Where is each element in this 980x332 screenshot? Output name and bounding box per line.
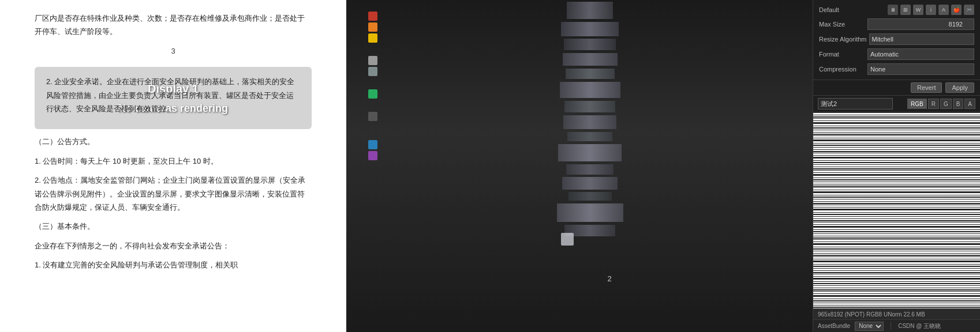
texture-info-bar: 965x8192 (NPOT) RGB8 UNorm 22.6 MB [813, 309, 980, 319]
doc-text-4: 1. 公告时间：每天上午 10 时更新，至次日上午 10 时。 [35, 154, 312, 168]
asset-bundle-label: AssetBundle [818, 323, 850, 329]
viewport-label-2: 2 [607, 274, 611, 283]
platform-icon-ios[interactable]: i [926, 5, 936, 15]
viewport-panel[interactable]: 2 [346, 0, 813, 332]
channel-buttons: RGB R G B A [907, 99, 975, 109]
mesh-strip-6 [560, 82, 620, 98]
compression-value: None Low Quality High Quality [867, 63, 974, 75]
resize-algorithm-value: Mitchell Bilinear Kaiser [869, 33, 974, 45]
channel-btn-g[interactable]: G [940, 99, 952, 109]
highlight-box: 2. 企业安全承诺。企业在进行全面安全风险研判的基础上，落实相关的安全风险管控措… [35, 67, 312, 129]
revert-button[interactable]: Revert [911, 82, 942, 93]
doc-text-7: 企业存在下列情形之一的，不得向社会发布安全承诺公告： [35, 239, 312, 252]
max-size-input[interactable] [867, 18, 974, 30]
texture-name-input[interactable] [818, 98, 893, 110]
mesh-node-white [561, 233, 574, 246]
inspector-bottom-bar: AssetBundle None CSDN @ 王晓晓 [813, 319, 980, 332]
channel-btn-r[interactable]: R [928, 99, 939, 109]
mesh-strip-10 [558, 144, 622, 161]
compression-label: Compression [819, 66, 865, 73]
mesh-strip-3 [564, 39, 616, 50]
color-node-purple [368, 151, 377, 160]
resize-algorithm-row: Resize Algorithm Mitchell Bilinear Kaise… [819, 33, 974, 45]
apply-button[interactable]: Apply [945, 82, 974, 93]
color-node-gray1 [368, 56, 377, 65]
doc-text-1: 厂区内是否存在特殊作业及种类、次数；是否存在检维修及承包商作业；是否处于开停车、… [35, 12, 312, 39]
texture-preview [813, 112, 980, 309]
platform-icon-web[interactable]: W [913, 5, 923, 15]
doc-text-2: 2. 企业安全承诺。企业在进行全面安全风险研判的基础上，落实相关的安全风险管控措… [46, 75, 300, 115]
revert-apply-row: Revert Apply [813, 80, 980, 96]
max-size-label: Max Size [819, 21, 865, 28]
viewport-content: 2 [346, 0, 813, 332]
format-value: Automatic RGBA32 RGB24 [867, 48, 974, 60]
doc-text-6: （三）基本条件。 [35, 220, 312, 233]
channel-btn-b[interactable]: B [953, 99, 964, 109]
mesh-strip-7 [564, 101, 615, 112]
platform-icon-console[interactable]: 🎮 [964, 5, 974, 15]
color-node-orange [368, 22, 377, 32]
document-panel: 厂区内是否存在特殊作业及种类、次数；是否存在检维修及承包商作业；是否处于开停车、… [0, 0, 346, 332]
mesh-strip-12 [562, 177, 618, 190]
texture-pattern [813, 112, 980, 309]
doc-text-5: 2. 公告地点：属地安全监管部门网站；企业主门岗显著位置设置的显示屏（安全承诺公… [35, 173, 312, 214]
page-number: 3 [35, 44, 312, 58]
mesh-strip-1 [567, 2, 613, 19]
format-select[interactable]: Automatic RGBA32 RGB24 [867, 48, 974, 60]
max-size-row: Max Size [819, 18, 974, 30]
max-size-value [867, 18, 974, 30]
resize-algorithm-select[interactable]: Mitchell Bilinear Kaiser [869, 33, 974, 45]
inspector-panel: Default 🖥 ⊞ W i A 🍎 🎮 Max Size Resize Al… [813, 0, 980, 332]
texture-canvas [813, 112, 980, 309]
color-node-red [368, 12, 377, 21]
mesh-strip-5 [566, 69, 615, 79]
mesh-strip-9 [567, 132, 612, 141]
inspector-default-row: Default 🖥 ⊞ W i A 🍎 🎮 [819, 5, 974, 15]
mesh-area [538, 0, 642, 332]
platform-icon-monitor[interactable]: 🖥 [888, 5, 898, 15]
platform-icon-apple[interactable]: 🍎 [951, 5, 962, 15]
platform-icons-group: 🖥 ⊞ W i A 🍎 🎮 [888, 5, 974, 15]
compression-select[interactable]: None Low Quality High Quality [867, 63, 974, 75]
color-node-green [368, 89, 377, 99]
format-label: Format [819, 51, 865, 58]
format-row: Format Automatic RGBA32 RGB24 [819, 48, 974, 60]
color-node-dark [368, 112, 377, 121]
color-strip [368, 12, 377, 160]
mesh-strip-14 [557, 203, 623, 222]
inspector-settings: Default 🖥 ⊞ W i A 🍎 🎮 Max Size Resize Al… [813, 0, 980, 80]
mesh-strip-4 [563, 53, 618, 66]
platform-icon-android[interactable]: A [938, 5, 949, 15]
separator [891, 322, 891, 330]
mesh-strip-13 [568, 192, 612, 201]
doc-text-8: 1. 没有建立完善的安全风险研判与承诺公告管理制度，相关职 [35, 258, 312, 271]
mesh-strip-2 [561, 22, 619, 36]
channel-btn-a[interactable]: A [964, 99, 975, 109]
platform-icon-windows[interactable]: ⊞ [900, 5, 911, 15]
default-label: Default [819, 6, 865, 13]
mesh-strip-11 [566, 164, 614, 175]
compression-row: Compression None Low Quality High Qualit… [819, 63, 974, 75]
csdn-text: CSDN @ 王晓晓 [898, 322, 941, 330]
texture-info-text: 965x8192 (NPOT) RGB8 UNorm 22.6 MB [818, 311, 925, 318]
resize-algorithm-label: Resize Algorithm [819, 36, 867, 43]
channel-btn-rgb[interactable]: RGB [907, 99, 927, 109]
color-node-blue [368, 140, 377, 149]
color-node-gray2 [368, 67, 377, 76]
doc-text-3: （二）公告方式。 [35, 135, 312, 148]
mesh-strip-8 [563, 115, 616, 129]
texture-section: RGB R G B A 965x8192 (NPOT) RGB8 UNorm 2… [813, 96, 980, 319]
color-node-yellow [368, 33, 377, 43]
texture-header: RGB R G B A [813, 96, 980, 112]
asset-bundle-select[interactable]: None [855, 322, 884, 331]
